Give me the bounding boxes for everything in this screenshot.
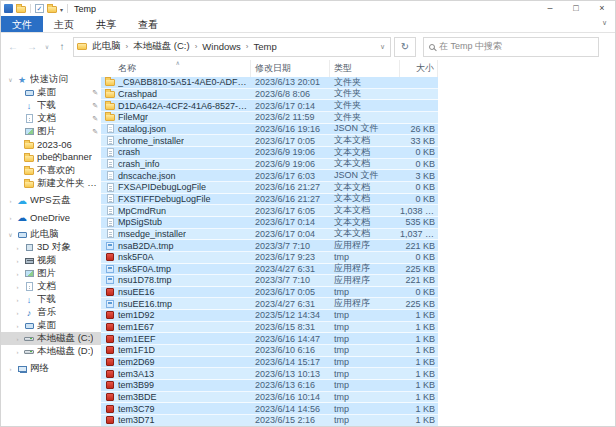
file-name-cell: FXSTIFFDebugLogFile — [101, 194, 251, 204]
properties-check-icon[interactable]: ✓ — [35, 4, 44, 13]
file-row[interactable]: tem1EEF2023/6/16 14:47tmp1 KB — [101, 333, 438, 345]
file-row[interactable]: tem3A132023/6/13 10:13tmp1 KB — [101, 368, 438, 380]
sidebar-item-folder[interactable]: 不喜欢的 — [1, 164, 101, 177]
sidebar-item-folder[interactable]: pbe的banner — [1, 151, 101, 164]
sidebar-item-documents[interactable]: 文档✎ — [1, 112, 101, 125]
sidebar-item-wps-cloud[interactable]: ›☁WPS云盘 — [1, 194, 101, 207]
date-modified-cell: 2023/3/7 7:10 — [251, 275, 330, 285]
file-name-cell: tem3A13 — [101, 369, 251, 379]
expander-icon[interactable]: › — [14, 310, 21, 316]
file-name: FXSTIFFDebugLogFile — [118, 194, 211, 204]
refresh-button[interactable]: ↻ — [394, 37, 416, 57]
qat-dropdown-icon[interactable]: ▾ — [60, 6, 63, 13]
sidebar-item-local-disk[interactable]: ›本地磁盘 (C:) — [1, 332, 101, 345]
file-row[interactable]: tem2D692023/6/14 15:17tmp1 KB — [101, 357, 438, 369]
file-name-cell: MpCmdRun — [101, 206, 251, 216]
expander-icon[interactable]: › — [7, 215, 14, 221]
history-dropdown-icon[interactable]: ∨ — [43, 43, 51, 50]
file-name-cell: FXSAPIDebugLogFile — [101, 182, 251, 192]
app-file-icon — [105, 241, 115, 251]
file-name-cell: nsuEE16.tmp — [101, 299, 251, 309]
sidebar-item-folder[interactable]: 新建文件夹 (2) — [1, 177, 101, 190]
sidebar-item-network[interactable]: ›网络 — [1, 362, 101, 375]
sidebar-item-pictures[interactable]: ›图片 — [1, 267, 101, 280]
column-header-name[interactable]: ∧名称 — [101, 60, 251, 77]
sidebar-item-3d-objects[interactable]: ›3D 对象 — [1, 241, 101, 254]
file-row[interactable]: nsuEE16.tmp2023/4/27 6:31应用程序225 KB — [101, 298, 438, 310]
ribbon-collapse-icon[interactable]: ∨ — [602, 19, 607, 27]
pictures-icon — [25, 128, 34, 135]
file-name: crash — [118, 147, 140, 157]
sidebar-item-onedrive-cloud[interactable]: ›☁OneDrive — [1, 211, 101, 224]
minimize-button[interactable]: – — [537, 1, 563, 16]
file-row[interactable]: tem1D922023/5/12 14:34tmp1 KB — [101, 310, 438, 322]
column-header-type[interactable]: 类型 — [330, 60, 400, 77]
expander-icon[interactable]: › — [14, 245, 21, 251]
sidebar-item-videos[interactable]: ›视频 — [1, 254, 101, 267]
tmp-file-icon — [106, 311, 114, 319]
file-name: msedge_installer — [118, 229, 186, 239]
file-row[interactable]: tem3B992023/6/13 6:16tmp1 KB — [101, 380, 438, 392]
column-header-size[interactable]: 大小 — [400, 60, 438, 77]
forward-button[interactable]: → — [24, 41, 40, 52]
file-row[interactable]: nsu1D78.tmp2023/3/7 7:10应用程序221 KB — [101, 275, 438, 287]
file-row[interactable]: tem1F1D2023/6/10 6:16tmp1 KB — [101, 345, 438, 357]
ribbon-tab-view[interactable]: 查看 — [127, 16, 169, 32]
local-disk-icon — [24, 337, 34, 341]
sidebar-item-pictures[interactable]: 图片✎ — [1, 125, 101, 138]
expander-icon[interactable]: › — [14, 323, 21, 329]
up-button[interactable]: ↑ — [54, 41, 70, 52]
breadcrumb-item[interactable]: 此电脑 — [89, 40, 124, 53]
breadcrumb-item[interactable]: Temp — [251, 41, 280, 52]
app-file-icon — [106, 265, 114, 273]
type-cell: tmp — [330, 310, 400, 320]
new-folder-icon[interactable] — [47, 6, 57, 13]
expander-icon[interactable]: › — [14, 297, 21, 303]
sidebar-item-documents[interactable]: ›文档 — [1, 280, 101, 293]
sidebar-item-desktop[interactable]: ›桌面 — [1, 319, 101, 332]
file-row[interactable]: tem3D712023/6/15 2:16tmp1 KB — [101, 415, 438, 427]
file-row[interactable]: tem3C792023/6/14 14:56tmp1 KB — [101, 403, 438, 415]
sidebar-item-downloads[interactable]: ›↓下载 — [1, 293, 101, 306]
expander-icon[interactable]: › — [7, 366, 14, 372]
expander-icon[interactable]: › — [14, 336, 21, 342]
ribbon-tab-share[interactable]: 共享 — [85, 16, 127, 32]
3d-objects-icon — [26, 244, 33, 251]
sidebar-item-downloads[interactable]: ↓下载✎ — [1, 99, 101, 112]
ribbon-tab-home[interactable]: 主页 — [43, 16, 85, 32]
date-modified-cell: 2023/6/15 2:16 — [251, 415, 330, 425]
address-bar[interactable]: 此电脑›本地磁盘 (C:)›Windows›Temp∨ — [73, 37, 391, 57]
file-name-cell: nsu1D78.tmp — [101, 275, 251, 285]
breadcrumb-item[interactable]: 本地磁盘 (C:) — [130, 40, 192, 53]
size-cell: 0 KB — [400, 252, 438, 262]
expander-icon[interactable]: › — [14, 271, 21, 277]
address-dropdown-icon[interactable]: ∨ — [380, 43, 387, 51]
file-row[interactable]: nsaB2DA.tmp2023/3/7 7:10应用程序221 KB — [101, 240, 438, 252]
expander-icon[interactable]: › — [14, 284, 21, 290]
sidebar-item-this-pc[interactable]: ∨此电脑 — [1, 228, 101, 241]
expander-icon[interactable]: ∨ — [7, 76, 14, 83]
sidebar-item-folder[interactable]: 2023-06 — [1, 138, 101, 151]
sidebar-item-music[interactable]: ›♪音乐 — [1, 306, 101, 319]
search-box[interactable]: 在 Temp 中搜索 — [423, 37, 599, 57]
date-modified-cell: 2023/6/17 9:23 — [251, 252, 330, 262]
tmp-file-icon — [105, 380, 115, 390]
file-row[interactable]: tem3BDE2023/6/16 10:14tmp1 KB — [101, 392, 438, 404]
ribbon-tab-file[interactable]: 文件 — [1, 16, 43, 32]
column-header-label: 修改日期 — [255, 62, 291, 75]
file-name-cell: MpSigStub — [101, 217, 251, 227]
sidebar-item-desktop[interactable]: 桌面✎ — [1, 86, 101, 99]
expander-icon[interactable]: › — [14, 349, 21, 355]
close-button[interactable]: × — [589, 1, 615, 16]
maximize-button[interactable]: □ — [563, 1, 589, 16]
expander-icon[interactable]: › — [14, 258, 21, 264]
sidebar-item-quick-access-star[interactable]: ∨★快速访问 — [1, 73, 101, 86]
breadcrumb-item[interactable]: Windows — [199, 41, 244, 52]
column-header-date[interactable]: 修改日期 — [251, 60, 330, 77]
date-modified-cell: 2023/6/8 8:06 — [251, 89, 330, 99]
file-row[interactable]: tem1E672023/6/15 8:31tmp1 KB — [101, 322, 438, 334]
back-button[interactable]: ← — [5, 41, 21, 52]
expander-icon[interactable]: ∨ — [7, 231, 14, 238]
sidebar-item-local-disk[interactable]: ›本地磁盘 (D:) — [1, 345, 101, 358]
expander-icon[interactable]: › — [7, 198, 14, 204]
